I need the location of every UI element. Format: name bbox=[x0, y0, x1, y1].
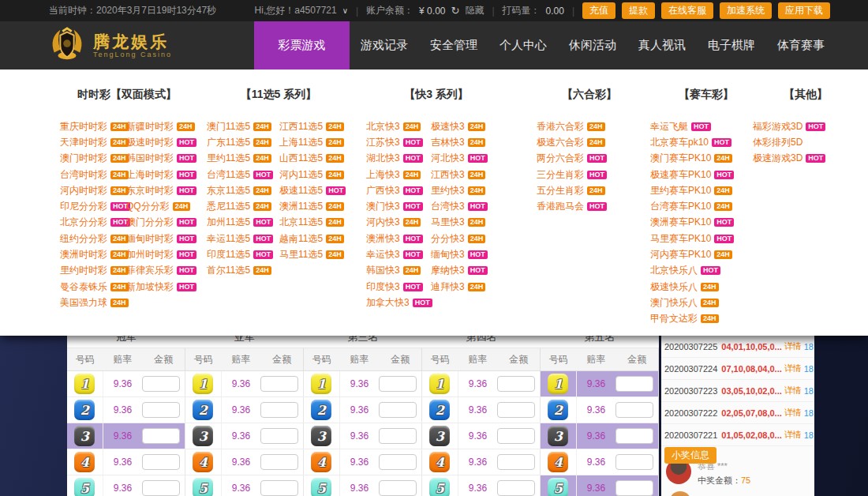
nav-item[interactable]: 休闲活动 bbox=[558, 21, 627, 70]
lottery-link[interactable]: 台湾时时彩24H bbox=[60, 167, 126, 182]
amount-input[interactable] bbox=[497, 402, 535, 418]
lottery-link[interactable]: 里约11选524H bbox=[207, 151, 279, 167]
site-logo[interactable]: 腾龙娱乐 TengLong Casino bbox=[49, 26, 254, 66]
ball-cell[interactable]: 5 bbox=[185, 475, 222, 496]
lottery-link[interactable]: 越南11选524H bbox=[279, 231, 352, 246]
topbar-button[interactable]: 提款 bbox=[622, 2, 655, 19]
number-ball[interactable]: 2 bbox=[429, 400, 450, 420]
ball-cell[interactable]: 1 bbox=[422, 371, 458, 396]
lottery-link[interactable]: 台湾11选5HOT bbox=[207, 167, 279, 182]
lottery-link[interactable]: 台湾赛车PK1024H bbox=[650, 198, 765, 214]
lottery-link[interactable]: 福彩游戏3DHOT bbox=[753, 118, 862, 134]
lottery-link[interactable]: 东京11选524H bbox=[207, 182, 279, 198]
lottery-link[interactable]: 甲骨文达彩24H bbox=[650, 311, 765, 327]
lottery-link[interactable]: 里约快324H bbox=[431, 182, 496, 198]
ball-cell[interactable]: 5 bbox=[422, 475, 458, 496]
number-ball[interactable]: 1 bbox=[429, 374, 450, 394]
number-ball[interactable]: 1 bbox=[193, 374, 213, 394]
ball-cell[interactable]: 2 bbox=[422, 397, 458, 423]
lottery-link[interactable]: 韩国快324H bbox=[366, 263, 431, 279]
ball-cell[interactable]: 3 bbox=[541, 423, 577, 449]
amount-input[interactable] bbox=[260, 402, 298, 418]
lottery-link[interactable]: 澳门分分彩HOT bbox=[126, 215, 193, 231]
amount-input[interactable] bbox=[615, 376, 653, 392]
ball-cell[interactable]: 2 bbox=[304, 397, 340, 423]
amount-input[interactable] bbox=[497, 480, 535, 496]
lottery-link[interactable]: 台湾快3HOT bbox=[431, 198, 496, 214]
record-detail-link[interactable]: 详情 bbox=[784, 407, 802, 419]
lottery-link[interactable]: 菲律宾乐彩HOT bbox=[126, 263, 193, 279]
lottery-link[interactable]: 马里赛车PK10HOT bbox=[650, 231, 765, 246]
amount-input[interactable] bbox=[260, 480, 298, 496]
lottery-link[interactable]: 北京快乐八HOT bbox=[650, 263, 765, 279]
lottery-link[interactable]: 东京时时彩HOT bbox=[126, 182, 193, 198]
number-ball[interactable]: 1 bbox=[548, 374, 568, 394]
ball-cell[interactable]: 2 bbox=[541, 397, 577, 423]
lottery-link[interactable]: 吉林快324H bbox=[431, 134, 496, 150]
lottery-link[interactable]: 上海11选524H bbox=[279, 134, 352, 150]
lottery-link[interactable]: 北京赛车pk10HOT bbox=[650, 134, 765, 150]
ball-cell[interactable]: 1 bbox=[304, 371, 340, 396]
amount-input[interactable] bbox=[379, 402, 417, 418]
lottery-link[interactable]: 极速时时彩HOT bbox=[126, 134, 193, 150]
amount-input[interactable] bbox=[142, 480, 180, 496]
lottery-link[interactable]: 幸运飞艇HOT bbox=[650, 118, 765, 134]
lottery-link[interactable]: 美国强力球24H bbox=[60, 295, 126, 310]
lottery-link[interactable]: 河内时时彩24H bbox=[60, 182, 126, 198]
ball-cell[interactable]: 4 bbox=[304, 449, 340, 475]
number-ball[interactable]: 4 bbox=[74, 452, 95, 472]
amount-input[interactable] bbox=[379, 428, 417, 444]
lottery-link[interactable]: 里约时时彩24H bbox=[60, 263, 126, 279]
lottery-link[interactable]: 澳洲11选524H bbox=[279, 198, 352, 214]
lottery-link[interactable]: 加拿大快3HOT bbox=[366, 295, 431, 310]
nav-item[interactable]: 安全管理 bbox=[419, 21, 488, 70]
nav-item[interactable]: 真人视讯 bbox=[627, 21, 697, 70]
amount-input[interactable] bbox=[260, 454, 298, 470]
number-ball[interactable]: 3 bbox=[548, 426, 568, 446]
number-ball[interactable]: 3 bbox=[74, 426, 95, 446]
record-detail-link[interactable]: 详情 bbox=[784, 429, 802, 441]
number-ball[interactable]: 5 bbox=[311, 478, 331, 496]
lottery-link[interactable]: 新疆时时彩24H bbox=[126, 118, 193, 134]
amount-input[interactable] bbox=[142, 454, 180, 470]
lottery-link[interactable]: 澳门快3HOT bbox=[366, 198, 431, 214]
lottery-link[interactable]: 江苏快3HOT bbox=[366, 134, 431, 150]
lottery-link[interactable]: 两分六合彩HOT bbox=[537, 151, 645, 167]
nav-item[interactable]: 个人中心 bbox=[488, 21, 558, 70]
lottery-link[interactable]: 上海快324H bbox=[366, 167, 431, 182]
ball-cell[interactable]: 5 bbox=[541, 475, 577, 496]
ball-cell[interactable]: 3 bbox=[67, 423, 103, 449]
lottery-link[interactable]: 首尔11选524H bbox=[207, 263, 279, 279]
amount-input[interactable] bbox=[379, 480, 417, 496]
refresh-icon[interactable]: ↻ bbox=[451, 5, 459, 17]
lottery-link[interactable]: 江西11选524H bbox=[279, 118, 352, 134]
lottery-link[interactable]: 极速11选5HOT bbox=[279, 182, 352, 198]
lottery-link[interactable]: 极速赛车PK10HOT bbox=[650, 167, 765, 182]
ball-cell[interactable]: 5 bbox=[304, 475, 340, 496]
lottery-link[interactable]: 天津时时彩24H bbox=[60, 134, 126, 150]
nav-item[interactable]: 彩票游戏 bbox=[254, 21, 350, 70]
lottery-link[interactable]: 山西11选524H bbox=[279, 151, 352, 167]
lottery-link[interactable]: 重庆时时彩24H bbox=[60, 118, 126, 134]
lottery-link[interactable]: 香港跑马会HOT bbox=[537, 198, 645, 214]
lottery-link[interactable]: 河内快324H bbox=[366, 215, 431, 231]
number-ball[interactable]: 4 bbox=[429, 452, 450, 472]
lottery-link[interactable]: 缅甸时时彩HOT bbox=[126, 231, 193, 246]
number-ball[interactable]: 5 bbox=[74, 478, 95, 496]
amount-input[interactable] bbox=[615, 454, 653, 470]
lottery-link[interactable]: 澳洲时时彩24H bbox=[60, 246, 126, 262]
number-ball[interactable]: 4 bbox=[311, 452, 331, 472]
ball-cell[interactable]: 2 bbox=[185, 397, 222, 423]
number-ball[interactable]: 5 bbox=[193, 478, 213, 496]
amount-input[interactable] bbox=[497, 454, 535, 470]
amount-input[interactable] bbox=[615, 428, 653, 444]
lottery-link[interactable]: 分分快324H bbox=[431, 231, 496, 246]
lottery-link[interactable]: 印尼分分彩HOT bbox=[60, 198, 126, 214]
lottery-link[interactable]: 极速快乐八24H bbox=[650, 279, 765, 295]
lottery-link[interactable]: 迪拜快324H bbox=[431, 279, 496, 295]
topbar-button[interactable]: 应用下载 bbox=[778, 2, 830, 19]
lottery-link[interactable]: 澳洲赛车PK10HOT bbox=[650, 215, 765, 231]
number-ball[interactable]: 1 bbox=[74, 374, 95, 394]
lottery-link[interactable]: 北京快324H bbox=[366, 118, 431, 134]
lottery-link[interactable]: 韩国时时彩HOT bbox=[126, 151, 193, 167]
